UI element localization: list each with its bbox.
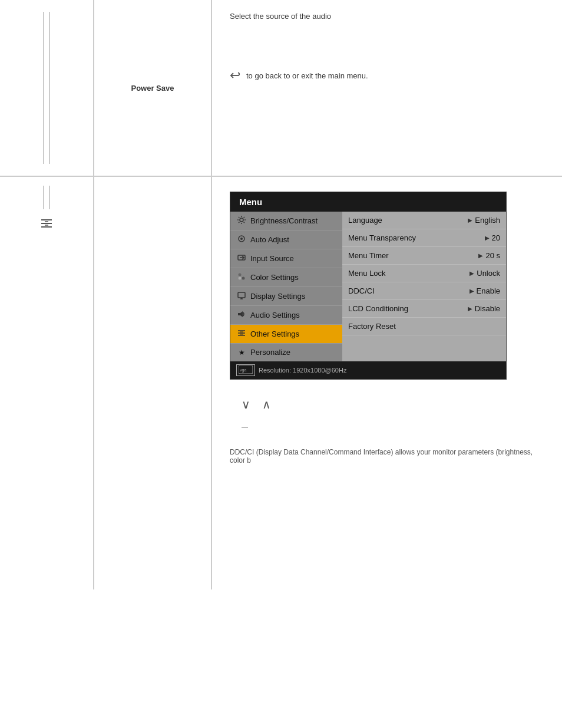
lcd-conditioning-value: ▶ Disable [468, 304, 500, 313]
back-arrow-icon: ↩ [230, 68, 240, 83]
right-item-lcd-conditioning[interactable]: LCD Conditioning ▶ Disable [342, 300, 506, 318]
resolution-text: Resolution: 1920x1080@60Hz [259, 367, 346, 374]
display-settings-icon [236, 291, 247, 301]
lcd-conditioning-val-text: Disable [475, 304, 500, 313]
svg-line-10 [239, 217, 239, 218]
menu-transparency-arrow: ▶ [485, 235, 490, 241]
menu-item-personalize[interactable]: ★ Personalize [230, 344, 342, 361]
svg-point-19 [242, 274, 245, 276]
bottom-left-col [0, 177, 94, 589]
right-item-menu-lock[interactable]: Menu Lock ▶ Unlock [342, 265, 506, 282]
svg-rect-25 [238, 313, 240, 315]
osd-left-panel: Brightness/Contrast Auto Adjust [230, 212, 342, 361]
right-item-factory-reset[interactable]: Factory Reset [342, 318, 506, 335]
audio-settings-label: Audio Settings [250, 311, 300, 319]
language-value: ▶ English [468, 216, 500, 225]
osd-right-panel: Language ▶ English Menu Transparency ▶ 2… [342, 212, 506, 361]
menu-item-input-source[interactable]: Input Source [230, 249, 342, 268]
bottom-vert-line-1 [43, 186, 44, 209]
menu-timer-value: ▶ 20 s [478, 251, 500, 260]
menu-timer-label: Menu Timer [348, 251, 389, 260]
svg-point-20 [239, 277, 242, 280]
ddc-ci-label: DDC/CI [348, 286, 375, 295]
osd-footer: vga Resolution: 1920x1080@60Hz [230, 361, 506, 379]
menu-transparency-label: Menu Transparency [348, 233, 416, 242]
top-section: Power Save Select the source of the audi… [0, 0, 562, 177]
brightness-icon [236, 216, 247, 226]
top-middle-col: Power Save [94, 0, 212, 176]
lcd-conditioning-arrow: ▶ [468, 305, 472, 312]
bottom-vert-line-2 [49, 186, 50, 209]
power-save-label: Power Save [131, 84, 174, 93]
resolution-icon: vga [236, 364, 255, 376]
menu-transparency-val-text: 20 [492, 233, 500, 242]
auto-adjust-icon [236, 235, 247, 245]
other-settings-icon [40, 218, 53, 232]
menu-item-color-settings[interactable]: Color Settings [230, 268, 342, 287]
language-label: Language [348, 216, 382, 225]
right-item-menu-timer[interactable]: Menu Timer ▶ 20 s [342, 247, 506, 265]
audio-source-text: Select the source of the audio [230, 12, 544, 21]
menu-item-brightness[interactable]: Brightness/Contrast [230, 212, 342, 230]
menu-lock-arrow: ▶ [470, 270, 474, 276]
ddc-ci-arrow: ▶ [470, 288, 474, 294]
menu-lock-val-text: Unlock [477, 269, 500, 278]
auto-adjust-label: Auto Adjust [250, 235, 289, 244]
svg-point-5 [240, 218, 243, 222]
input-source-icon [236, 253, 247, 263]
right-item-ddc-ci[interactable]: DDC/CI ▶ Enable [342, 282, 506, 300]
right-item-language[interactable]: Language ▶ English [342, 212, 506, 229]
osd-menu: Menu [230, 192, 507, 380]
color-settings-label: Color Settings [250, 273, 299, 282]
small-instruction: — [242, 423, 544, 430]
bottom-section: Menu [0, 177, 562, 589]
vert-line-2 [49, 12, 50, 164]
color-settings-icon [236, 272, 247, 282]
other-settings-menu-icon [236, 329, 247, 339]
menu-lock-label: Menu Lock [348, 269, 386, 278]
brightness-label: Brightness/Contrast [250, 216, 318, 225]
lcd-conditioning-label: LCD Conditioning [348, 304, 408, 313]
bottom-right-col: Menu [212, 177, 562, 589]
nav-up-arrow[interactable]: ∧ [262, 397, 271, 411]
svg-point-18 [239, 274, 242, 276]
menu-transparency-value: ▶ 20 [485, 233, 500, 242]
input-source-label: Input Source [250, 254, 294, 263]
top-left-col [0, 0, 94, 176]
bottom-middle-col [94, 177, 212, 589]
menu-timer-arrow: ▶ [478, 252, 483, 259]
ddc-description: DDC/CI (Display Data Channel/Command Int… [230, 448, 544, 465]
svg-line-11 [244, 222, 244, 223]
back-icon-area: ↩ to go back to or exit the main menu. [230, 68, 544, 83]
top-right-col: Select the source of the audio ↩ to go b… [212, 0, 562, 176]
svg-line-13 [239, 222, 239, 223]
svg-marker-26 [240, 311, 243, 317]
menu-item-display-settings[interactable]: Display Settings [230, 287, 342, 306]
bottom-vert-lines [43, 186, 50, 209]
back-instruction-text: to go back to or exit the main menu. [246, 71, 368, 80]
svg-text:vga: vga [240, 368, 246, 373]
osd-body: Brightness/Contrast Auto Adjust [230, 212, 506, 361]
ddc-ci-value: ▶ Enable [470, 286, 500, 295]
menu-item-auto-adjust[interactable]: Auto Adjust [230, 230, 342, 249]
language-arrow: ▶ [468, 217, 472, 223]
page-wrapper: Power Save Select the source of the audi… [0, 0, 562, 728]
vertical-lines [43, 12, 50, 164]
audio-settings-icon [236, 310, 247, 320]
nav-arrows: ∨ ∧ [242, 397, 544, 411]
ddc-ci-val-text: Enable [477, 286, 500, 295]
small-dash: — [242, 423, 248, 430]
vert-line-1 [43, 12, 44, 164]
right-item-menu-transparency[interactable]: Menu Transparency ▶ 20 [342, 229, 506, 247]
language-val-text: English [475, 216, 500, 225]
display-settings-label: Display Settings [250, 292, 305, 301]
other-settings-label: Other Settings [250, 330, 299, 338]
svg-line-12 [244, 217, 244, 218]
menu-item-other-settings[interactable]: Other Settings [230, 325, 342, 344]
svg-rect-22 [238, 292, 245, 298]
menu-timer-val-text: 20 s [485, 251, 500, 260]
nav-down-arrow[interactable]: ∨ [242, 397, 250, 411]
personalize-label: Personalize [250, 348, 290, 357]
osd-menu-title: Menu [230, 192, 506, 212]
menu-item-audio-settings[interactable]: Audio Settings [230, 306, 342, 325]
